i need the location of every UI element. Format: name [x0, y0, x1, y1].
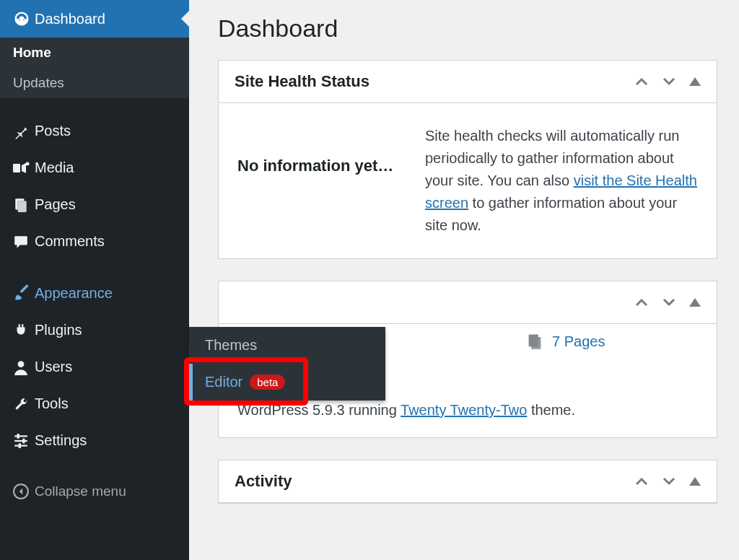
sidebar-label-tools: Tools	[35, 395, 69, 412]
svg-rect-11	[19, 443, 21, 448]
sidebar-label-users: Users	[35, 359, 72, 375]
sidebar-label-dashboard: Dashboard	[35, 11, 105, 27]
svg-rect-10	[22, 438, 25, 443]
chevron-up-icon[interactable]	[634, 476, 649, 486]
panel-title-site-health: Site Health Status	[235, 72, 370, 91]
sidebar-item-settings[interactable]: Settings	[0, 422, 189, 459]
sidebar-item-tools[interactable]: Tools	[0, 385, 189, 422]
sidebar-label-appearance: Appearance	[35, 285, 113, 302]
chevron-down-icon[interactable]	[662, 76, 676, 87]
panel-header-activity[interactable]: Activity	[219, 460, 717, 503]
chevron-down-icon[interactable]	[662, 297, 676, 307]
pages-icon	[526, 333, 543, 350]
sidebar-item-pages[interactable]: Pages	[0, 186, 189, 223]
panel-title-activity: Activity	[235, 472, 292, 491]
pages-icon	[13, 197, 35, 213]
flyout-item-themes[interactable]: Themes	[189, 327, 385, 364]
user-icon	[13, 359, 35, 375]
site-health-text: Site health checks will automatically ru…	[425, 125, 698, 237]
chevron-up-icon[interactable]	[634, 76, 649, 87]
sidebar-label-posts: Posts	[35, 123, 71, 139]
sidebar-label-settings: Settings	[35, 432, 87, 449]
sidebar-item-users[interactable]: Users	[0, 349, 189, 385]
sidebar-item-dashboard[interactable]: Dashboard	[0, 0, 189, 38]
comment-icon	[13, 234, 35, 250]
sidebar-item-comments[interactable]: Comments	[0, 223, 189, 260]
sidebar-item-plugins[interactable]: Plugins	[0, 312, 189, 349]
glance-footer-after: theme.	[527, 402, 575, 418]
sidebar-item-media[interactable]: Media	[0, 149, 189, 186]
main-content: Dashboard Site Health Status No informat…	[189, 0, 739, 560]
sidebar-label-media: Media	[35, 159, 74, 176]
svg-point-1	[26, 162, 30, 165]
brush-icon	[13, 284, 35, 302]
beta-badge: beta	[250, 375, 285, 390]
svg-rect-9	[17, 434, 19, 439]
glance-footer: WordPress 5.9.3 running Twenty Twenty-Tw…	[219, 398, 717, 437]
svg-rect-0	[13, 164, 20, 172]
pin-icon	[13, 123, 35, 139]
triangle-up-icon[interactable]	[689, 77, 701, 86]
panel-header-site-health[interactable]: Site Health Status	[219, 61, 717, 103]
sidebar-item-appearance[interactable]: Appearance	[0, 274, 189, 312]
panel-controls	[634, 76, 701, 87]
sliders-icon	[13, 433, 35, 449]
panel-header-glance[interactable]	[219, 281, 717, 324]
svg-point-5	[18, 361, 25, 367]
svg-rect-6	[14, 435, 27, 437]
triangle-up-icon[interactable]	[689, 298, 701, 307]
sidebar-subitem-updates[interactable]: Updates	[0, 68, 189, 98]
glance-pages-link[interactable]: 7 Pages	[526, 333, 605, 350]
collapse-icon	[13, 484, 35, 499]
page-title: Dashboard	[218, 14, 717, 43]
plug-icon	[13, 323, 35, 338]
panel-site-health: Site Health Status No information yet… S…	[218, 60, 717, 259]
sidebar-label-pages: Pages	[35, 196, 76, 213]
chevron-down-icon[interactable]	[662, 476, 676, 486]
sidebar-item-posts[interactable]: Posts	[0, 113, 189, 149]
dashboard-icon	[13, 10, 35, 27]
theme-link[interactable]: Twenty Twenty-Two	[401, 402, 527, 418]
appearance-flyout: Themes Editor beta	[189, 327, 385, 401]
sidebar-label-plugins: Plugins	[35, 322, 82, 338]
svg-rect-4	[18, 201, 27, 211]
sidebar-label-comments: Comments	[35, 233, 105, 250]
flyout-editor-label: Editor	[205, 374, 242, 390]
site-health-body: No information yet… Site health checks w…	[219, 103, 717, 258]
chevron-up-icon[interactable]	[634, 297, 649, 307]
sidebar-label-collapse: Collapse menu	[35, 484, 126, 499]
sidebar-subitem-home[interactable]: Home	[0, 38, 189, 68]
site-health-noinfo: No information yet…	[237, 125, 403, 178]
sidebar-collapse[interactable]: Collapse menu	[0, 473, 189, 509]
flyout-item-editor[interactable]: Editor beta	[189, 364, 385, 401]
glance-footer-before: WordPress 5.9.3 running	[237, 402, 401, 418]
svg-rect-14	[531, 337, 541, 349]
glance-pages-label: 7 Pages	[552, 333, 605, 350]
panel-activity: Activity	[218, 460, 717, 504]
sidebar-submenu-dashboard: Home Updates	[0, 38, 189, 98]
wrench-icon	[13, 396, 35, 412]
media-icon	[13, 160, 35, 176]
svg-rect-7	[14, 439, 27, 441]
triangle-up-icon[interactable]	[689, 477, 701, 486]
admin-sidebar: Dashboard Home Updates Posts Media Pages	[0, 0, 189, 560]
